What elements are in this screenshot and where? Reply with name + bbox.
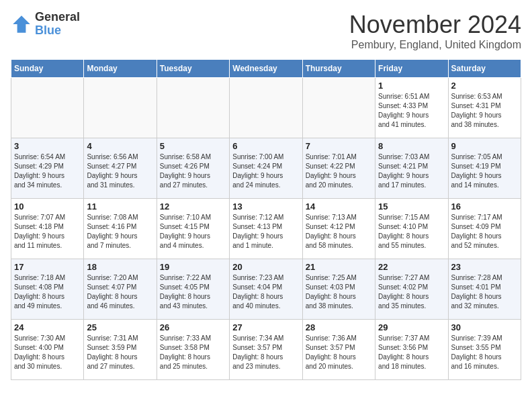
day-number: 29 (378, 322, 445, 332)
day-info: Sunrise: 7:17 AM Sunset: 4:09 PM Dayligh… (451, 213, 518, 250)
calendar-cell: 26Sunrise: 7:33 AM Sunset: 3:58 PM Dayli… (157, 320, 229, 380)
day-info: Sunrise: 7:08 AM Sunset: 4:16 PM Dayligh… (87, 213, 153, 250)
logo: General Blue (11, 11, 80, 38)
calendar-cell (157, 78, 229, 138)
day-number: 16 (451, 201, 518, 212)
svg-marker-0 (13, 15, 30, 33)
calendar-cell (302, 78, 375, 138)
calendar-cell: 14Sunrise: 7:13 AM Sunset: 4:12 PM Dayli… (302, 199, 375, 259)
day-info: Sunrise: 7:28 AM Sunset: 4:01 PM Dayligh… (451, 273, 518, 311)
calendar-cell: 30Sunrise: 7:39 AM Sunset: 3:55 PM Dayli… (448, 320, 521, 380)
weekday-sunday: Sunday (11, 60, 84, 78)
day-info: Sunrise: 7:13 AM Sunset: 4:12 PM Dayligh… (306, 213, 372, 250)
calendar-cell: 29Sunrise: 7:37 AM Sunset: 3:56 PM Dayli… (375, 320, 448, 380)
day-info: Sunrise: 7:34 AM Sunset: 3:57 PM Dayligh… (232, 334, 299, 371)
title-section: November 2024 Pembury, England, United K… (349, 11, 521, 51)
week-row-1: 1Sunrise: 6:51 AM Sunset: 4:33 PM Daylig… (11, 78, 521, 138)
day-info: Sunrise: 7:22 AM Sunset: 4:05 PM Dayligh… (160, 273, 226, 311)
day-info: Sunrise: 7:18 AM Sunset: 4:08 PM Dayligh… (14, 273, 81, 311)
calendar-cell (230, 78, 302, 138)
calendar-cell: 28Sunrise: 7:36 AM Sunset: 3:57 PM Dayli… (302, 320, 375, 380)
calendar-cell: 12Sunrise: 7:10 AM Sunset: 4:15 PM Dayli… (157, 199, 229, 259)
day-info: Sunrise: 7:15 AM Sunset: 4:10 PM Dayligh… (378, 213, 445, 250)
calendar-body: 1Sunrise: 6:51 AM Sunset: 4:33 PM Daylig… (11, 78, 521, 380)
subtitle: Pembury, England, United Kingdom (349, 39, 521, 51)
calendar-table: SundayMondayTuesdayWednesdayThursdayFrid… (11, 59, 521, 380)
logo-text: General Blue (35, 11, 80, 38)
day-info: Sunrise: 6:58 AM Sunset: 4:26 PM Dayligh… (160, 152, 226, 190)
day-number: 30 (451, 322, 518, 332)
day-info: Sunrise: 7:39 AM Sunset: 3:55 PM Dayligh… (451, 334, 518, 371)
day-number: 10 (14, 201, 81, 212)
calendar-cell: 4Sunrise: 6:56 AM Sunset: 4:27 PM Daylig… (84, 138, 157, 199)
day-number: 15 (378, 201, 445, 212)
day-info: Sunrise: 7:00 AM Sunset: 4:24 PM Dayligh… (232, 152, 299, 190)
calendar-cell: 13Sunrise: 7:12 AM Sunset: 4:13 PM Dayli… (230, 199, 302, 259)
day-number: 28 (306, 322, 372, 332)
weekday-friday: Friday (375, 60, 448, 78)
day-number: 27 (232, 322, 299, 332)
day-number: 7 (306, 141, 372, 151)
weekday-thursday: Thursday (302, 60, 375, 78)
day-info: Sunrise: 7:36 AM Sunset: 3:57 PM Dayligh… (306, 334, 372, 371)
day-number: 4 (87, 141, 153, 151)
logo-line1: General (35, 11, 80, 24)
day-info: Sunrise: 6:56 AM Sunset: 4:27 PM Dayligh… (87, 152, 153, 190)
calendar-cell: 9Sunrise: 7:05 AM Sunset: 4:19 PM Daylig… (448, 138, 521, 199)
weekday-tuesday: Tuesday (157, 60, 229, 78)
calendar-cell: 27Sunrise: 7:34 AM Sunset: 3:57 PM Dayli… (230, 320, 302, 380)
calendar-cell: 7Sunrise: 7:01 AM Sunset: 4:22 PM Daylig… (302, 138, 375, 199)
day-number: 26 (160, 322, 226, 332)
calendar-cell: 3Sunrise: 6:54 AM Sunset: 4:29 PM Daylig… (11, 138, 84, 199)
calendar-cell: 17Sunrise: 7:18 AM Sunset: 4:08 PM Dayli… (11, 259, 84, 320)
day-number: 12 (160, 201, 226, 212)
day-number: 11 (87, 201, 153, 212)
day-number: 6 (232, 141, 299, 151)
day-info: Sunrise: 6:54 AM Sunset: 4:29 PM Dayligh… (14, 152, 81, 190)
day-number: 1 (378, 81, 445, 91)
day-info: Sunrise: 7:23 AM Sunset: 4:04 PM Dayligh… (232, 273, 299, 311)
weekday-wednesday: Wednesday (230, 60, 302, 78)
weekday-saturday: Saturday (448, 60, 521, 78)
calendar-cell: 15Sunrise: 7:15 AM Sunset: 4:10 PM Dayli… (375, 199, 448, 259)
day-info: Sunrise: 7:05 AM Sunset: 4:19 PM Dayligh… (451, 152, 518, 190)
day-number: 22 (378, 262, 445, 272)
calendar-cell: 6Sunrise: 7:00 AM Sunset: 4:24 PM Daylig… (230, 138, 302, 199)
calendar-cell: 24Sunrise: 7:30 AM Sunset: 4:00 PM Dayli… (11, 320, 84, 380)
day-number: 8 (378, 141, 445, 151)
calendar-cell: 2Sunrise: 6:53 AM Sunset: 4:31 PM Daylig… (448, 78, 521, 138)
day-number: 13 (232, 201, 299, 212)
week-row-4: 17Sunrise: 7:18 AM Sunset: 4:08 PM Dayli… (11, 259, 521, 320)
calendar-cell: 8Sunrise: 7:03 AM Sunset: 4:21 PM Daylig… (375, 138, 448, 199)
day-info: Sunrise: 7:25 AM Sunset: 4:03 PM Dayligh… (306, 273, 372, 311)
weekday-header-row: SundayMondayTuesdayWednesdayThursdayFrid… (11, 60, 521, 78)
day-number: 5 (160, 141, 226, 151)
calendar-cell: 25Sunrise: 7:31 AM Sunset: 3:59 PM Dayli… (84, 320, 157, 380)
calendar-cell: 20Sunrise: 7:23 AM Sunset: 4:04 PM Dayli… (230, 259, 302, 320)
header: General Blue November 2024 Pembury, Engl… (11, 11, 521, 51)
calendar-cell: 21Sunrise: 7:25 AM Sunset: 4:03 PM Dayli… (302, 259, 375, 320)
week-row-5: 24Sunrise: 7:30 AM Sunset: 4:00 PM Dayli… (11, 320, 521, 380)
day-number: 9 (451, 141, 518, 151)
day-info: Sunrise: 7:20 AM Sunset: 4:07 PM Dayligh… (87, 273, 153, 311)
calendar-cell (84, 78, 157, 138)
week-row-3: 10Sunrise: 7:07 AM Sunset: 4:18 PM Dayli… (11, 199, 521, 259)
day-number: 2 (451, 81, 518, 91)
day-number: 3 (14, 141, 81, 151)
logo-icon (11, 13, 32, 35)
day-number: 25 (87, 322, 153, 332)
day-number: 23 (451, 262, 518, 272)
day-info: Sunrise: 7:01 AM Sunset: 4:22 PM Dayligh… (306, 152, 372, 190)
day-number: 20 (232, 262, 299, 272)
calendar-cell: 10Sunrise: 7:07 AM Sunset: 4:18 PM Dayli… (11, 199, 84, 259)
calendar-cell (11, 78, 84, 138)
calendar-cell: 23Sunrise: 7:28 AM Sunset: 4:01 PM Dayli… (448, 259, 521, 320)
calendar-cell: 19Sunrise: 7:22 AM Sunset: 4:05 PM Dayli… (157, 259, 229, 320)
day-number: 24 (14, 322, 81, 332)
main-title: November 2024 (349, 11, 521, 39)
day-info: Sunrise: 7:12 AM Sunset: 4:13 PM Dayligh… (232, 213, 299, 250)
calendar-cell: 5Sunrise: 6:58 AM Sunset: 4:26 PM Daylig… (157, 138, 229, 199)
day-info: Sunrise: 6:53 AM Sunset: 4:31 PM Dayligh… (451, 92, 518, 130)
day-info: Sunrise: 7:27 AM Sunset: 4:02 PM Dayligh… (378, 273, 445, 311)
calendar-cell: 1Sunrise: 6:51 AM Sunset: 4:33 PM Daylig… (375, 78, 448, 138)
